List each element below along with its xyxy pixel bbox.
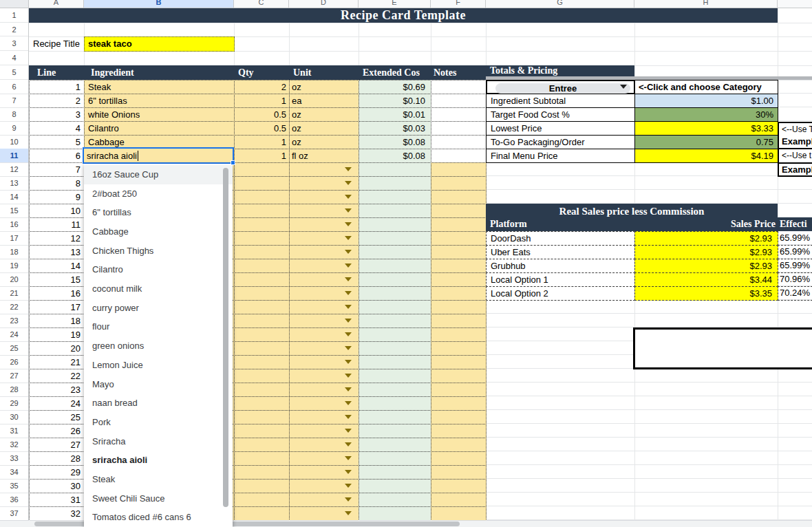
extended-cost-cell[interactable] — [359, 176, 431, 191]
dropdown-arrow-icon[interactable] — [345, 387, 352, 391]
dropdown-arrow-icon[interactable] — [345, 181, 352, 185]
unit-cell[interactable] — [289, 217, 359, 232]
sales-platform-cell[interactable]: Grubhub — [486, 259, 635, 273]
dropdown-arrow-icon[interactable] — [345, 332, 352, 336]
extended-cost-cell[interactable] — [359, 451, 431, 466]
sales-price-cell[interactable]: $2.93 — [634, 259, 778, 273]
extended-cost-cell[interactable] — [359, 204, 431, 218]
line-number-cell[interactable]: 19 — [29, 327, 85, 342]
line-number-cell[interactable]: 7 — [29, 162, 85, 177]
dropdown-arrow-icon[interactable] — [345, 305, 352, 309]
unit-cell[interactable] — [289, 438, 359, 452]
qty-cell[interactable] — [234, 231, 290, 246]
qty-cell[interactable] — [234, 479, 290, 493]
sales-effective-cell[interactable]: 70.96% — [778, 272, 812, 287]
row-header-32[interactable]: 32 — [0, 438, 28, 452]
line-number-cell[interactable]: 20 — [29, 341, 85, 356]
sales-platform-cell[interactable]: DoorDash — [486, 231, 635, 246]
dropdown-arrow-icon[interactable] — [345, 277, 352, 281]
qty-cell[interactable] — [234, 190, 290, 204]
extended-cost-cell[interactable]: $0.08 — [359, 135, 431, 149]
unit-cell[interactable] — [289, 506, 359, 521]
notes-cell[interactable] — [431, 396, 487, 411]
unit-cell[interactable] — [289, 286, 359, 301]
line-number-cell[interactable]: 25 — [29, 410, 85, 424]
dropdown-arrow-icon[interactable] — [345, 470, 352, 474]
line-number-cell[interactable]: 30 — [29, 479, 85, 493]
column-header-G[interactable]: G — [486, 0, 634, 8]
side-note-use-t2[interactable]: <--Use t — [778, 149, 812, 162]
dropdown-arrow-icon[interactable] — [345, 250, 352, 254]
row-header-21[interactable]: 21 — [0, 286, 28, 301]
extended-cost-cell[interactable] — [359, 493, 431, 507]
notes-cell[interactable] — [431, 204, 487, 218]
totals-label-cell[interactable]: Lowest Price — [486, 121, 635, 136]
totals-value-cell[interactable]: $3.33 — [634, 121, 778, 136]
qty-cell[interactable] — [234, 438, 290, 452]
qty-cell[interactable] — [234, 162, 290, 177]
extended-cost-cell[interactable] — [359, 162, 431, 177]
unit-cell[interactable] — [289, 451, 359, 466]
dropdown-item[interactable]: Pork — [84, 413, 233, 432]
unit-cell[interactable]: fl oz — [289, 149, 359, 163]
category-chip[interactable]: Entree — [495, 83, 630, 94]
dropdown-arrow-icon[interactable] — [345, 429, 352, 433]
line-number-cell[interactable]: 12 — [29, 231, 85, 246]
row-header-37[interactable]: 37 — [0, 506, 28, 521]
totals-value-cell[interactable]: $1.00 — [634, 94, 778, 108]
extended-cost-cell[interactable] — [359, 383, 431, 397]
extended-cost-cell[interactable] — [359, 286, 431, 301]
notes-cell[interactable] — [431, 217, 487, 232]
row-header-4[interactable]: 4 — [0, 51, 28, 65]
extended-cost-cell[interactable] — [359, 396, 431, 411]
extended-cost-cell[interactable] — [359, 217, 431, 232]
line-number-cell[interactable]: 23 — [29, 383, 85, 397]
notes-cell[interactable] — [431, 149, 487, 163]
line-number-cell[interactable]: 18 — [29, 314, 85, 328]
row-header-33[interactable]: 33 — [0, 451, 28, 466]
column-header-H[interactable]: H — [634, 0, 778, 8]
extended-cost-cell[interactable] — [359, 506, 431, 521]
unit-cell[interactable] — [289, 245, 359, 259]
use-this-box-1[interactable]: <--Use T Exampl — [778, 122, 812, 149]
unit-cell[interactable]: ea — [289, 94, 359, 108]
dropdown-item[interactable]: 2#boat 250 — [84, 184, 233, 204]
column-header-C[interactable]: C — [234, 0, 289, 8]
line-number-cell[interactable]: 17 — [29, 300, 85, 314]
sales-effective-cell[interactable]: 70.24% — [778, 286, 812, 301]
notes-cell[interactable] — [431, 369, 487, 383]
qty-cell[interactable] — [234, 493, 290, 507]
ingredient-cell[interactable]: Cilantro — [84, 121, 235, 136]
row-header-10[interactable]: 10 — [0, 135, 28, 149]
totals-value-cell[interactable]: 0.75 — [634, 135, 778, 149]
row-header-19[interactable]: 19 — [0, 259, 28, 273]
notes-cell[interactable] — [431, 327, 487, 342]
line-number-cell[interactable]: 8 — [29, 176, 85, 191]
dropdown-arrow-icon[interactable] — [345, 291, 352, 295]
notes-cell[interactable] — [431, 162, 487, 177]
line-number-cell[interactable]: 28 — [29, 451, 85, 466]
line-number-cell[interactable]: 16 — [29, 286, 85, 301]
unit-cell[interactable] — [289, 383, 359, 397]
totals-label-cell[interactable]: Ingredient Subtotal — [486, 94, 635, 108]
extended-cost-cell[interactable]: $0.10 — [359, 94, 431, 108]
unit-cell[interactable] — [289, 314, 359, 328]
dropdown-item[interactable]: 6" tortillas — [84, 203, 233, 222]
row-header-18[interactable]: 18 — [0, 245, 28, 259]
extended-cost-cell[interactable] — [359, 479, 431, 493]
qty-cell[interactable] — [234, 383, 290, 397]
notes-cell[interactable] — [431, 438, 487, 452]
unit-cell[interactable] — [289, 369, 359, 383]
fill-handle[interactable] — [231, 160, 235, 165]
dropdown-arrow-icon[interactable] — [345, 167, 352, 171]
extended-cost-cell[interactable] — [359, 231, 431, 246]
qty-cell[interactable]: 1 — [234, 135, 290, 149]
unit-cell[interactable] — [289, 231, 359, 246]
dropdown-arrow-icon[interactable] — [345, 497, 352, 502]
extended-cost-cell[interactable] — [359, 314, 431, 328]
dropdown-arrow-icon[interactable] — [345, 222, 352, 226]
qty-cell[interactable] — [234, 286, 290, 301]
qty-cell[interactable] — [234, 506, 290, 521]
row-header-7[interactable]: 7 — [0, 94, 28, 108]
row-header-22[interactable]: 22 — [0, 300, 28, 314]
